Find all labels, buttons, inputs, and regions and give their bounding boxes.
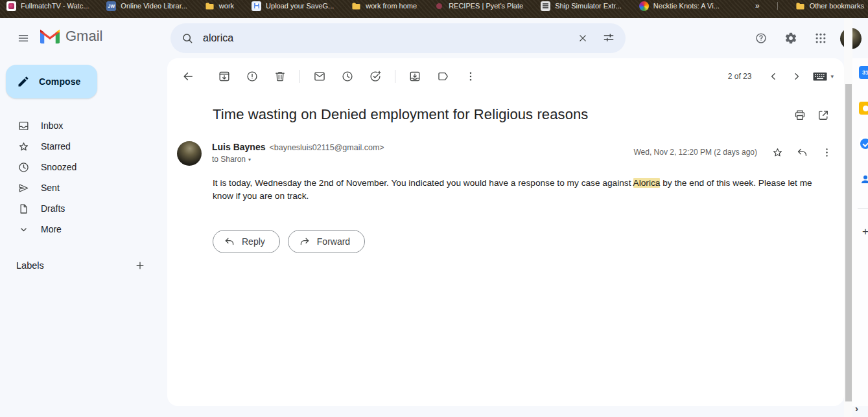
newer-email-button[interactable] [762,65,785,88]
help-icon [755,32,768,45]
sidebar-item-label: More [41,224,62,234]
message-more-button[interactable] [815,141,838,163]
other-bookmarks-folder[interactable]: Other bookmarks [795,1,864,11]
sender-avatar[interactable] [177,141,202,166]
back-to-inbox-button[interactable] [175,63,201,89]
sidebar-item-snoozed[interactable]: Snoozed [0,157,167,177]
sidebar-item-starred[interactable]: Starred [0,136,167,157]
sidebar-item-sent[interactable]: Sent [0,177,167,198]
labels-header: Labels [16,260,131,271]
hide-side-panel-button[interactable]: › [855,403,858,414]
bookmark-folder-work[interactable]: work [205,1,234,11]
bookmark-necktie-knots[interactable]: Necktie Knots: A Vi... [639,1,720,11]
pencil-icon [17,75,30,88]
envelope-icon [313,70,326,83]
forward-label: Forward [317,236,350,247]
snooze-button[interactable] [334,63,360,89]
color-wheel-favicon [639,1,649,11]
chevron-right-icon [791,71,803,82]
gmail-logo[interactable]: Gmail [40,28,102,45]
page-scrollbar[interactable] [844,18,852,417]
sidebar-item-drafts[interactable]: Drafts [0,198,167,219]
get-add-ons-button[interactable]: + [859,225,868,238]
main-menu-button[interactable] [10,25,36,51]
report-spam-icon [246,70,259,83]
ship-favicon [541,1,550,11]
help-button[interactable] [748,25,774,51]
search-highlight: Alorica [633,178,661,188]
more-vert-icon [821,146,833,159]
bookmark-label: work [219,2,234,10]
sender-name[interactable]: Luis Baynes [212,142,265,152]
google-apps-button[interactable] [808,25,834,51]
add-to-tasks-button[interactable] [362,63,388,89]
bookmarks-overflow-chevron[interactable]: » [755,1,760,10]
sidebar-item-inbox[interactable]: Inbox [0,115,167,136]
delete-button[interactable] [267,63,293,89]
send-icon [18,182,30,194]
older-email-button[interactable] [785,65,808,88]
reply-label: Reply [242,236,265,247]
mark-unread-button[interactable] [307,63,333,89]
fullmatchtv-favicon [6,1,16,11]
bookmark-ship-simulator[interactable]: Ship Simulator Extr... [541,1,622,11]
toolbar-divider [299,70,300,83]
gear-icon [784,32,797,45]
input-tools-button[interactable]: ▾ [808,65,838,88]
reply-button[interactable]: Reply [213,230,280,253]
right-side-panel: 31 + [852,58,868,406]
forward-arrow-icon [299,236,311,247]
create-label-button[interactable] [131,256,149,275]
reply-forward-actions: Reply Forward [213,230,844,253]
report-spam-button[interactable] [239,63,265,89]
forward-button[interactable]: Forward [288,230,365,253]
bookmark-online-video-library[interactable]: JW Online Video Librar... [106,1,187,11]
compose-button[interactable]: Compose [6,65,97,98]
sender-meta: Luis Baynes <baynesluis02115@gmail.com> … [212,141,384,164]
tune-icon [602,32,615,45]
bookmark-label: FullmatchTV - Watc... [21,2,89,10]
search-button[interactable] [174,25,200,51]
bookmark-folder-work-from-home[interactable]: work from home [351,1,417,11]
open-in-new-window-button[interactable] [812,104,835,127]
print-button[interactable] [788,104,812,127]
star-icon [771,146,784,159]
contacts-icon[interactable] [859,173,868,186]
search-bar [170,23,626,53]
email-toolbar: 2 of 23 ▾ [175,62,838,91]
archive-button[interactable] [211,63,237,89]
calendar-icon[interactable]: 31 [859,66,868,79]
recipient-dropdown[interactable]: to Sharon ▾ [212,155,384,164]
search-input[interactable] [200,32,570,44]
toolbar-divider [395,70,395,83]
gmail-header: Gmail [0,18,868,58]
side-panel-divider [858,208,868,209]
bookmark-fullmatchtv[interactable]: FullmatchTV - Watc... [6,1,89,11]
sidebar-item-more[interactable]: More [0,219,167,240]
scrollbar-thumb[interactable] [845,84,852,401]
apps-grid-icon [814,32,827,45]
clear-search-button[interactable] [570,25,596,51]
sidebar-item-label: Snoozed [41,162,76,172]
tasks-icon[interactable] [859,137,868,150]
keep-icon[interactable] [859,102,868,115]
more-options-button[interactable] [458,63,484,89]
move-to-icon [408,70,421,83]
folder-icon [205,1,215,11]
recipient-line: to Sharon [212,155,246,164]
star-message-button[interactable] [766,141,788,163]
bookmark-recipes[interactable]: RECIPES | Pyet's Plate [434,1,523,11]
settings-button[interactable] [778,25,804,51]
move-to-button[interactable] [402,63,428,89]
search-options-button[interactable] [596,25,622,51]
browser-bookmarks-bar: FullmatchTV - Watc... JW Online Video Li… [0,0,868,18]
gmail-m-icon [40,28,60,44]
gmail-wordmark: Gmail [65,28,102,45]
keyboard-icon [812,70,828,83]
compose-label: Compose [39,76,81,87]
more-vert-icon [464,70,477,83]
recipes-favicon [434,1,444,11]
bookmark-upload-savegame[interactable]: Upload your SaveG... [252,1,334,11]
reply-icon-button[interactable] [791,141,813,163]
labels-button[interactable] [430,63,456,89]
